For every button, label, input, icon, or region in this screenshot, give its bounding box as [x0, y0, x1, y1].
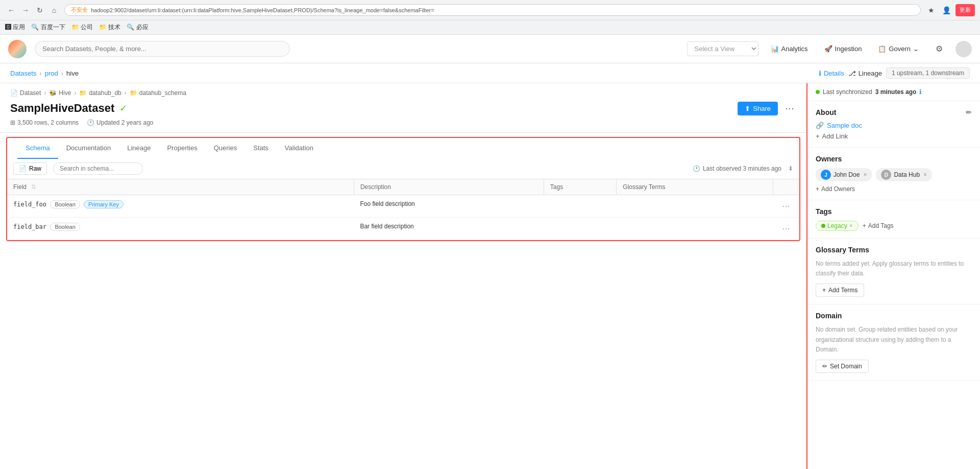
- update-button[interactable]: 更新: [955, 4, 975, 16]
- field-name-1: field_foo: [13, 201, 46, 208]
- bookmark-tech[interactable]: 📁 技术: [99, 23, 120, 32]
- tags-cell-1[interactable]: [544, 195, 617, 218]
- add-link-button[interactable]: + Add Link: [816, 132, 972, 140]
- details-button[interactable]: ℹ Details: [819, 69, 844, 77]
- home-button[interactable]: ⌂: [48, 4, 60, 16]
- path-sep-3: ›: [125, 89, 127, 97]
- add-owners-label: Add Owners: [821, 185, 855, 193]
- owner-remove-john[interactable]: ×: [863, 171, 867, 178]
- field-type-2: Boolean: [50, 223, 80, 231]
- breadcrumb-sep-2: ›: [61, 69, 63, 77]
- analytics-nav[interactable]: 📊 Analytics: [767, 43, 812, 55]
- description-cell-2[interactable]: Bar field description: [354, 218, 544, 240]
- schema-search-input[interactable]: [53, 162, 143, 175]
- tab-stats[interactable]: Stats: [245, 138, 277, 159]
- analytics-icon: 📊: [771, 45, 779, 53]
- reload-button[interactable]: ↻: [34, 4, 46, 16]
- search-input[interactable]: [35, 41, 290, 57]
- bookmark-baidu[interactable]: 🔍 百度一下: [31, 23, 65, 32]
- back-button[interactable]: ←: [5, 4, 17, 16]
- bookmark-apps[interactable]: 🅾 应用: [5, 23, 25, 32]
- profile-button[interactable]: 👤: [940, 4, 952, 16]
- settings-button[interactable]: ⚙: [931, 41, 947, 57]
- add-tags-label: Add Tags: [868, 222, 894, 229]
- url-text: hadoop2:9002/dataset/urn:li:dataset:(urn…: [91, 7, 434, 13]
- sort-icon[interactable]: ⇅: [31, 183, 36, 191]
- more-options-button[interactable]: ⋯: [783, 101, 796, 116]
- raw-button[interactable]: 📄 Raw: [13, 162, 47, 175]
- tab-queries[interactable]: Queries: [206, 138, 246, 159]
- glossary-title: Glossary Terms: [816, 246, 972, 254]
- forward-button[interactable]: →: [19, 4, 32, 16]
- owner-avatar-datahub: D: [881, 170, 891, 180]
- domain-title: Domain: [816, 312, 972, 320]
- add-terms-button[interactable]: + Add Terms: [816, 284, 864, 297]
- folder-icon-2: 📁: [130, 89, 137, 97]
- about-section: About ✏ 🔗 Sample doc + Add Link: [807, 101, 980, 148]
- add-tags-button[interactable]: + Add Tags: [863, 222, 894, 229]
- bookmark-company[interactable]: 📁 公司: [71, 23, 93, 32]
- bookmark-bing[interactable]: 🔍 必应: [127, 23, 148, 32]
- sample-doc-link[interactable]: 🔗 Sample doc: [816, 122, 972, 129]
- dataset-meta: ⊞ 3,500 rows, 2 columns 🕐 Updated 2 year…: [10, 119, 796, 126]
- sync-time: 3 minutes ago: [875, 88, 917, 96]
- tab-schema[interactable]: Schema: [17, 138, 58, 159]
- browser-bar: ← → ↻ ⌂ 不安全 hadoop2:9002/dataset/urn:li:…: [0, 0, 980, 20]
- path-hive[interactable]: 🐝 Hive: [49, 89, 71, 97]
- tab-validation[interactable]: Validation: [277, 138, 322, 159]
- tab-documentation[interactable]: Documentation: [58, 138, 119, 159]
- share-label: Share: [753, 105, 771, 112]
- tab-lineage[interactable]: Lineage: [119, 138, 159, 159]
- share-button[interactable]: ⬆ Share: [738, 102, 778, 115]
- row-actions-1: ⋯: [773, 195, 799, 218]
- owner-john-doe: J John Doe ×: [816, 168, 872, 181]
- path-dataset[interactable]: 📄 Dataset: [10, 89, 41, 97]
- sync-info-icon[interactable]: ℹ: [919, 88, 922, 96]
- path-schema[interactable]: 📁 datahub_schema: [130, 89, 186, 97]
- about-edit-icon[interactable]: ✏: [966, 108, 972, 116]
- field-type-1: Boolean: [50, 200, 80, 208]
- glossary-cell-1[interactable]: [617, 195, 773, 218]
- lineage-button[interactable]: ⎇ Lineage: [848, 69, 882, 77]
- breadcrumb-bar: Datasets › prod › hive ℹ Details ⎇ Linea…: [0, 63, 980, 83]
- bookmarks-bar: 🅾 应用 🔍 百度一下 📁 公司 📁 技术 🔍 必应: [0, 20, 980, 35]
- owner-name-john: John Doe: [834, 171, 860, 178]
- table-icon: ⊞: [10, 119, 15, 126]
- description-cell-1[interactable]: Foo field description: [354, 195, 544, 218]
- schema-table: Field ⇅ Description Tags Glossary Terms: [7, 179, 799, 240]
- url-bar[interactable]: 不安全 hadoop2:9002/dataset/urn:li:dataset:…: [64, 4, 921, 16]
- tag-remove-legacy[interactable]: ×: [849, 222, 853, 229]
- tags-label: Tags: [816, 207, 832, 216]
- avatar[interactable]: [955, 41, 972, 57]
- row-menu-button-2[interactable]: ⋯: [779, 223, 793, 235]
- view-select[interactable]: Select a View: [687, 41, 758, 56]
- updated-value: Updated 2 years ago: [96, 119, 153, 126]
- ingestion-icon: 🚀: [824, 45, 832, 53]
- govern-label: Govern: [889, 45, 911, 53]
- rows-meta: ⊞ 3,500 rows, 2 columns: [10, 119, 79, 126]
- owners-label: Owners: [816, 155, 842, 163]
- add-owners-button[interactable]: + Add Owners: [816, 185, 855, 193]
- breadcrumb-prod[interactable]: prod: [45, 69, 58, 77]
- col-field-label: Field: [13, 183, 27, 191]
- row-menu-button-1[interactable]: ⋯: [779, 200, 793, 212]
- set-domain-button[interactable]: ✏ Set Domain: [816, 360, 869, 373]
- app-logo[interactable]: [8, 40, 27, 58]
- owner-remove-datahub[interactable]: ×: [923, 171, 927, 178]
- path-schema-label: datahub_schema: [139, 89, 186, 97]
- path-db[interactable]: 📁 datahub_db: [79, 89, 121, 97]
- field-primary-key-badge[interactable]: Primary Key: [84, 200, 124, 208]
- govern-nav[interactable]: 📋 Govern ⌄: [874, 43, 923, 55]
- path-db-label: datahub_db: [89, 89, 121, 97]
- link-icon: 🔗: [816, 122, 824, 129]
- tags-cell-2[interactable]: [544, 218, 617, 240]
- tag-dot-legacy: [821, 224, 825, 228]
- bookmark-button[interactable]: ★: [925, 4, 937, 16]
- breadcrumb-datasets[interactable]: Datasets: [10, 69, 36, 77]
- last-observed: 🕐 Last observed 3 minutes ago ⬇: [693, 165, 793, 172]
- glossary-label: Glossary Terms: [816, 246, 869, 254]
- path-sep-2: ›: [74, 89, 76, 97]
- tab-properties[interactable]: Properties: [159, 138, 205, 159]
- glossary-cell-2[interactable]: [617, 218, 773, 240]
- ingestion-nav[interactable]: 🚀 Ingestion: [820, 43, 866, 55]
